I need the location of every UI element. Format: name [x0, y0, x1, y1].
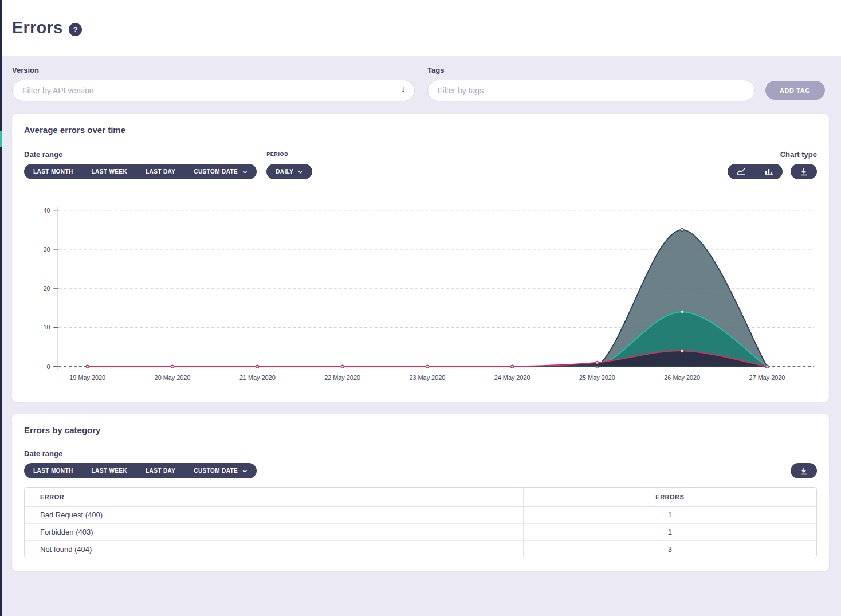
bar-chart-icon: [764, 168, 773, 175]
svg-text:26 May 2020: 26 May 2020: [664, 374, 700, 381]
error-name-cell: Bad Request (400): [25, 507, 524, 524]
bar-chart-type-button[interactable]: [755, 164, 783, 179]
table-row: Bad Request (400)1: [25, 507, 816, 524]
svg-text:23 May 2020: 23 May 2020: [409, 374, 445, 381]
sidebar-accent-marker: [0, 131, 2, 147]
range-button-last-month[interactable]: LAST MONTH: [24, 164, 82, 179]
date-range-group: LAST MONTHLAST WEEKLAST DAYCUSTOM DATE: [24, 164, 257, 179]
page-header: Errors ?: [0, 0, 841, 56]
svg-text:30: 30: [43, 246, 50, 253]
svg-text:24 May 2020: 24 May 2020: [494, 374, 530, 381]
errors-column-header: ERRORS: [524, 488, 816, 507]
svg-text:27 May 2020: 27 May 2020: [749, 374, 785, 381]
range-button-label: LAST DAY: [146, 168, 175, 175]
error-column-header: ERROR: [25, 488, 524, 507]
download-table-button[interactable]: [791, 463, 817, 478]
range-button-last-month[interactable]: LAST MONTH: [24, 463, 82, 478]
errors-by-category-card: Errors by category Date range LAST MONTH…: [12, 414, 829, 571]
chevron-down-icon: [242, 170, 247, 174]
svg-text:10: 10: [43, 324, 50, 331]
version-filter-group: Version ↓: [12, 66, 415, 101]
download-chart-button[interactable]: [791, 164, 817, 179]
tags-label: Tags: [427, 66, 755, 74]
svg-text:22 May 2020: 22 May 2020: [324, 374, 360, 381]
table-row: Not found (404)3: [25, 541, 816, 558]
svg-text:25 May 2020: 25 May 2020: [579, 374, 615, 381]
error-name-cell: Not found (404): [25, 541, 524, 558]
collapsed-sidebar-rail[interactable]: [0, 0, 2, 616]
range-button-custom-date[interactable]: CUSTOM DATE: [184, 463, 257, 478]
help-icon[interactable]: ?: [69, 23, 82, 36]
tags-filter-group: Tags: [427, 66, 755, 101]
error-count-cell: 1: [524, 524, 816, 541]
chevron-down-icon: [242, 469, 247, 473]
average-errors-card: Average errors over time Date range LAST…: [12, 114, 829, 402]
range-button-last-week[interactable]: LAST WEEK: [82, 164, 137, 179]
range-button-last-day[interactable]: LAST DAY: [136, 164, 184, 179]
range-button-label: LAST MONTH: [33, 468, 73, 474]
error-count-cell: 3: [524, 541, 816, 558]
errors-by-category-title: Errors by category: [24, 425, 817, 435]
range-button-label: LAST DAY: [146, 468, 175, 474]
version-label: Version: [12, 66, 415, 74]
errors-table-body: Bad Request (400)1Forbidden (403)1Not fo…: [25, 507, 816, 558]
chevron-down-icon: [298, 170, 303, 174]
line-chart-type-button[interactable]: [728, 164, 755, 179]
chart-type-label: Chart type: [728, 150, 817, 159]
svg-text:20: 20: [43, 285, 50, 292]
average-errors-title: Average errors over time: [24, 125, 817, 135]
svg-text:20 May 2020: 20 May 2020: [155, 374, 191, 381]
error-count-cell: 1: [524, 507, 816, 524]
period-select-button[interactable]: DAILY: [266, 164, 312, 179]
date-range-label: Date range: [24, 449, 257, 458]
page-title: Errors: [12, 18, 62, 37]
table-row: Forbidden (403)1: [25, 524, 816, 541]
dropdown-arrow-icon[interactable]: ↓: [401, 84, 406, 95]
add-tag-button[interactable]: ADD TAG: [765, 81, 825, 100]
download-icon: [800, 467, 808, 475]
errors-by-category-table: ERROR ERRORS Bad Request (400)1Forbidden…: [24, 487, 817, 558]
download-icon: [800, 168, 808, 176]
svg-text:40: 40: [43, 207, 50, 214]
range-button-label: CUSTOM DATE: [194, 468, 238, 474]
svg-text:21 May 2020: 21 May 2020: [239, 374, 276, 381]
version-filter-input[interactable]: [12, 80, 415, 101]
range-button-label: CUSTOM DATE: [194, 168, 238, 175]
period-label: PERIOD: [266, 151, 312, 157]
error-name-cell: Forbidden (403): [25, 524, 524, 541]
date-range-label: Date range: [24, 150, 257, 159]
tags-filter-input[interactable]: [427, 80, 755, 101]
line-chart-icon: [737, 168, 746, 175]
date-range-group: LAST MONTHLAST WEEKLAST DAYCUSTOM DATE: [24, 463, 257, 478]
range-button-label: LAST WEEK: [92, 468, 128, 474]
range-button-last-day[interactable]: LAST DAY: [136, 463, 184, 478]
errors-chart: 01020304019 May 202020 May 202021 May 20…: [24, 201, 817, 389]
range-button-label: LAST MONTH: [33, 168, 73, 175]
range-button-custom-date[interactable]: CUSTOM DATE: [184, 164, 257, 179]
range-button-last-week[interactable]: LAST WEEK: [82, 463, 137, 478]
svg-text:19 May 2020: 19 May 2020: [69, 374, 105, 381]
svg-text:0: 0: [46, 363, 50, 370]
filter-bar: Version ↓ Tags ADD TAG: [0, 56, 841, 101]
range-button-label: LAST WEEK: [92, 168, 128, 175]
period-value: DAILY: [276, 168, 293, 175]
